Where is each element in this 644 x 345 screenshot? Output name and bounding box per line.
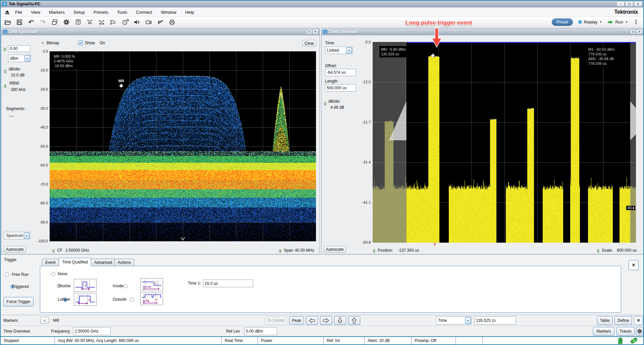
restore-button[interactable] [625, 1, 633, 6]
more-options-icon[interactable]: ⋮ [633, 19, 639, 25]
ref-level-spinner-icon[interactable] [3, 47, 6, 53]
marker-down-button[interactable] [334, 316, 346, 325]
print-icon[interactable] [168, 18, 176, 27]
amplitude-measure-icon[interactable] [109, 18, 118, 27]
tab-actions[interactable]: Actions [114, 259, 134, 266]
copy-display-icon[interactable] [50, 18, 59, 27]
marker-up-button[interactable] [348, 316, 360, 325]
chevron-down-icon: ▼ [625, 20, 628, 23]
bitmap-chevron-icon[interactable]: ▾ [42, 41, 44, 45]
menu-markers[interactable]: Markers [45, 8, 69, 16]
to-m1-edge-flag[interactable]: M1 [626, 206, 635, 210]
ref-level-input[interactable]: 0.00 [8, 45, 30, 52]
cf-spinner-icon[interactable] [52, 248, 55, 254]
svg-text:T: T [85, 284, 86, 287]
menu-setup[interactable]: Setup [69, 8, 89, 16]
menu-view[interactable]: View [26, 8, 45, 16]
noise-measure-icon[interactable]: N [121, 18, 129, 27]
tab-advanced[interactable]: Advanced [91, 259, 115, 266]
menu-tools[interactable]: Tools [113, 8, 131, 16]
save-icon[interactable] [15, 18, 24, 27]
peak-button[interactable]: Peak [289, 316, 304, 325]
display-settings-button[interactable] [636, 327, 643, 336]
collapse-menu-icon[interactable] [3, 8, 11, 16]
preset-button[interactable]: Preset [552, 18, 573, 26]
video-capture-icon[interactable] [144, 18, 153, 27]
time1-input[interactable]: 15.0 us [203, 280, 253, 287]
position-spinner-icon[interactable] [373, 248, 376, 254]
to-autoscale-button[interactable]: Autoscale [324, 246, 346, 253]
axis-tick: -10.0 [34, 68, 48, 72]
rbw-label: RBW: [9, 81, 20, 86]
menu-presets[interactable]: Presets [89, 8, 113, 16]
none-radio[interactable] [51, 272, 55, 276]
show-label: Show [85, 41, 95, 45]
time-link-select[interactable]: Linked ▾ [325, 47, 353, 54]
to-db-div-spinner-icon[interactable] [324, 101, 327, 107]
trigger-section: Trigger Free Run Triggered Force Trigger… [1, 254, 643, 315]
markers-panel-button[interactable]: Markers [593, 327, 614, 336]
panel-restore-button[interactable] [630, 30, 636, 34]
replay-button[interactable]: Replay ▼ [578, 19, 602, 24]
undo-icon[interactable]: ↶ [27, 18, 36, 27]
span-spinner-icon[interactable] [279, 248, 282, 254]
inside-radio[interactable] [123, 284, 128, 288]
dpx-spectrum-plot[interactable] [50, 51, 316, 241]
markers-dropdown-button[interactable]: ▾ [40, 317, 49, 324]
open-file-icon[interactable] [3, 18, 12, 27]
menu-file[interactable]: File [11, 8, 26, 16]
marker-left-button[interactable] [306, 316, 318, 325]
panel-restore-button[interactable] [306, 30, 312, 34]
minimize-button[interactable]: – [616, 1, 625, 6]
free-run-radio[interactable] [5, 273, 9, 277]
trace-mode-select[interactable]: Spectrum ▾ [4, 232, 30, 239]
run-button[interactable]: Run ▼ [607, 19, 628, 24]
markers-close-button[interactable]: × [634, 316, 643, 325]
scale-spinner-icon[interactable] [597, 248, 600, 254]
frequency-input[interactable]: 2.50000 GHz [73, 327, 111, 335]
dpx-panel-header[interactable]: DPX Spectrum × [2, 29, 320, 35]
define-button[interactable]: Define [614, 316, 632, 325]
tab-event[interactable]: Event [42, 259, 59, 266]
ref-lev-input[interactable]: 0.00 dBm [244, 327, 277, 335]
marker-domain-select[interactable]: Time ▾ [436, 316, 472, 325]
audio-demod-icon[interactable] [132, 18, 141, 27]
time-overview-plot[interactable] [373, 42, 636, 243]
preset-star-icon[interactable]: P [156, 18, 165, 27]
menu-help[interactable]: Help [181, 8, 199, 16]
offset-input[interactable]: -64.574 us [325, 69, 356, 76]
unit-select[interactable]: dBm ▾ [8, 55, 31, 62]
to-center-button[interactable]: To Center [265, 316, 287, 325]
tooltip-icon[interactable]: T [74, 18, 83, 27]
menu-window[interactable]: Window [157, 8, 181, 16]
table-button[interactable]: Table [597, 316, 612, 325]
show-checkbox[interactable] [78, 41, 83, 45]
force-trigger-button[interactable]: Force Trigger [3, 297, 34, 306]
panel-close-button[interactable]: × [637, 30, 642, 34]
rbw-spinner-icon[interactable] [4, 84, 7, 90]
svg-text:T: T [146, 298, 148, 301]
menu-connect[interactable]: Connect [131, 8, 156, 16]
marker-value-input[interactable]: 135.525 zs [474, 316, 516, 325]
trigger-close-button[interactable]: × [629, 260, 639, 270]
svg-text:T: T [77, 20, 79, 24]
length-input[interactable]: 500.000 us [325, 84, 356, 92]
panel-close-button[interactable]: × [313, 30, 318, 34]
redo-icon[interactable]: ↷ [39, 18, 47, 27]
tektronix-logo: Tektronix [614, 9, 641, 15]
traces-panel-button[interactable]: Traces [616, 327, 635, 336]
close-button[interactable]: × [634, 1, 642, 6]
app-window: Tek SignalVu-PC – × File View Markers Se… [0, 0, 644, 345]
settings-gear-icon[interactable] [62, 18, 71, 27]
time-overview-header[interactable]: Time Overview × [322, 29, 644, 35]
outside-radio[interactable] [129, 297, 134, 302]
pulse-measure-icon[interactable] [97, 18, 106, 27]
battery-icon [618, 338, 623, 344]
clear-button[interactable]: Clear [302, 40, 316, 46]
dpx-autoscale-button[interactable]: Autoscale [4, 246, 26, 253]
db-div-spinner-icon[interactable] [4, 69, 7, 75]
marker-right-button[interactable] [320, 316, 332, 325]
tab-time-qualified[interactable]: Time Qualified [59, 258, 91, 266]
dpx-display-icon[interactable] [86, 18, 94, 27]
svg-text:T: T [88, 299, 90, 302]
